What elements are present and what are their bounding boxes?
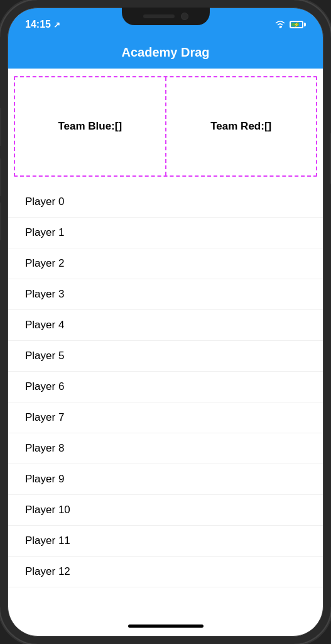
status-icons: ⚡ bbox=[274, 20, 306, 29]
battery-body: ⚡ bbox=[290, 21, 303, 28]
list-item[interactable]: Player 3 bbox=[8, 279, 323, 310]
list-item[interactable]: Player 4 bbox=[8, 310, 323, 341]
battery-lightning-icon: ⚡ bbox=[291, 22, 302, 27]
screen: 14:15 ↗ ⚡ bbox=[8, 8, 323, 636]
list-item[interactable]: Player 12 bbox=[8, 557, 323, 587]
team-blue-zone[interactable]: Team Blue:[] bbox=[15, 77, 166, 175]
team-red-label: Team Red:[] bbox=[210, 120, 271, 133]
page-title: Academy Drag bbox=[20, 45, 311, 60]
players-list[interactable]: Player 0Player 1Player 2Player 3Player 4… bbox=[8, 184, 323, 619]
list-item[interactable]: Player 9 bbox=[8, 464, 323, 495]
list-item[interactable]: Player 0 bbox=[8, 187, 323, 218]
list-item[interactable]: Player 1 bbox=[8, 218, 323, 248]
time-display: 14:15 bbox=[25, 19, 51, 30]
list-item[interactable]: Player 2 bbox=[8, 248, 323, 279]
status-time: 14:15 ↗ bbox=[25, 19, 60, 30]
home-bar bbox=[128, 625, 203, 628]
list-item[interactable]: Player 10 bbox=[8, 495, 323, 526]
notch bbox=[122, 8, 210, 25]
team-red-zone[interactable]: Team Red:[] bbox=[166, 77, 317, 175]
phone-frame: 14:15 ↗ ⚡ bbox=[0, 0, 331, 644]
nav-bar: Academy Drag bbox=[8, 39, 323, 69]
battery-tip bbox=[304, 23, 306, 26]
list-item[interactable]: Player 5 bbox=[8, 341, 323, 372]
list-item[interactable]: Player 11 bbox=[8, 526, 323, 557]
camera bbox=[181, 13, 188, 20]
svg-point-0 bbox=[279, 26, 281, 28]
list-item[interactable]: Player 8 bbox=[8, 433, 323, 464]
teams-container[interactable]: Team Blue:[] Team Red:[] bbox=[14, 76, 317, 177]
location-icon: ↗ bbox=[53, 20, 60, 30]
wifi-icon bbox=[274, 20, 286, 29]
list-item[interactable]: Player 6 bbox=[8, 372, 323, 402]
team-blue-label: Team Blue:[] bbox=[58, 120, 122, 133]
home-indicator bbox=[8, 619, 323, 636]
battery-icon: ⚡ bbox=[290, 21, 306, 28]
list-item[interactable]: Player 7 bbox=[8, 402, 323, 433]
speaker bbox=[143, 14, 175, 18]
